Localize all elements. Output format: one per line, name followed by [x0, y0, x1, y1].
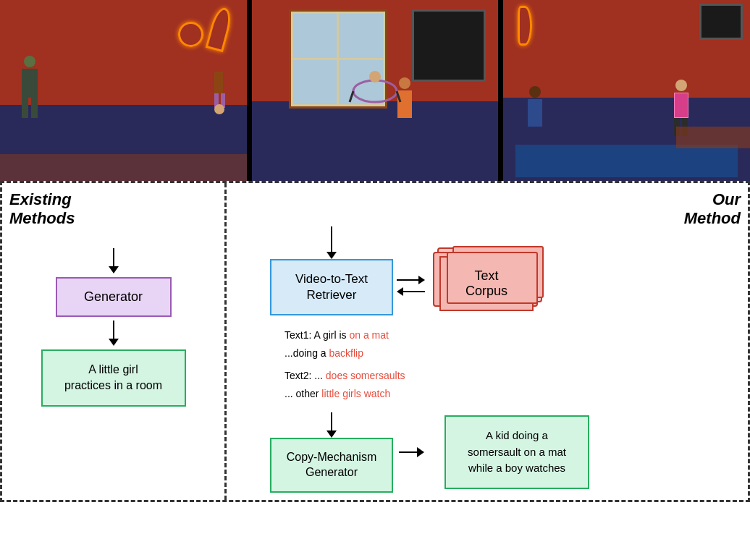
generator-box: Generator [56, 277, 172, 317]
retrieved-texts-section: Text1: A girl is on a mat ...doing a bac… [270, 323, 741, 407]
retrieved-text-1: Text1: A girl is on a mat ...doing a bac… [285, 326, 741, 362]
main-container: ExistingMethods Generator [0, 0, 750, 560]
video-separator-1 [248, 0, 250, 181]
video-frame-1 [0, 0, 247, 181]
copy-mechanism-generator-box: Copy-MechanismGenerator [270, 438, 393, 493]
right-panel: OurMethod Video-to-TextRetriever [227, 183, 748, 500]
svg-line-2 [350, 91, 353, 102]
svg-line-3 [397, 91, 400, 102]
right-diagram-content: Video-to-TextRetriever [234, 190, 741, 493]
retrieved-text-2: Text2: ... does somersaults ... other li… [285, 367, 741, 403]
corpus-section: TextCorpus [429, 256, 534, 311]
existing-methods-label: ExistingMethods [9, 190, 75, 229]
svg-point-1 [369, 71, 381, 82]
retriever-corpus-section: Video-to-TextRetriever [270, 226, 741, 315]
left-flow: Generator A little girlpractices in a ro… [13, 245, 214, 407]
left-panel: ExistingMethods Generator [2, 183, 227, 500]
our-method-label: OurMethod [684, 190, 741, 229]
video-frame-3 [503, 0, 750, 181]
video-row [0, 0, 750, 181]
arrow-to-copygen: Copy-MechanismGenerator [270, 412, 393, 493]
video-frame-2 [252, 0, 499, 181]
bidirectional-arrow [397, 276, 425, 296]
existing-output-box: A little girlpractices in a room [41, 349, 186, 407]
retriever-box: Video-to-TextRetriever [270, 259, 393, 315]
arrow-to-generator [109, 248, 119, 273]
arrow-to-retriever-col: Video-to-TextRetriever [270, 226, 393, 315]
our-method-output-box: A kid doing asomersault on a matwhile a … [444, 415, 589, 489]
video-separator-2 [500, 0, 502, 181]
arrow-from-generator [109, 321, 119, 346]
svg-point-0 [353, 80, 397, 102]
arrow-to-output [399, 447, 424, 457]
diagram-wrapper: ExistingMethods Generator [0, 181, 750, 560]
copy-gen-row: Copy-MechanismGenerator A kid doing asom… [270, 412, 741, 493]
diagram-area: ExistingMethods Generator [0, 181, 750, 502]
corpus-box: TextCorpus [439, 256, 534, 311]
